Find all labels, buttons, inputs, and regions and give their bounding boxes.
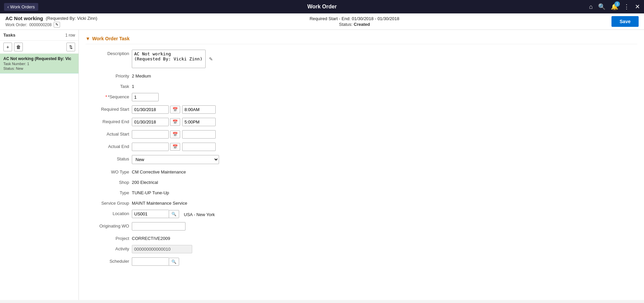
- task-value: 1: [132, 83, 134, 89]
- add-task-button[interactable]: +: [3, 43, 12, 51]
- originating-wo-label: Originating WO: [86, 222, 129, 229]
- activity-input[interactable]: [132, 245, 192, 253]
- required-end-field-value: 📅: [132, 118, 300, 126]
- status-line: Status: Created: [310, 22, 399, 27]
- save-button[interactable]: Save: [611, 16, 639, 27]
- edit-wo-button[interactable]: ✎: [54, 22, 60, 28]
- actual-start-row: Actual Start 📅: [86, 130, 637, 139]
- location-search-group: 🔍: [132, 210, 179, 218]
- edit-description-icon[interactable]: ✎: [209, 56, 213, 62]
- sequence-row: *Sequence: [86, 93, 637, 101]
- required-end-date-input[interactable]: [132, 118, 169, 126]
- required-start-field-value: 📅: [132, 105, 300, 114]
- activity-row: Activity: [86, 245, 637, 253]
- originating-wo-input[interactable]: [132, 222, 185, 231]
- type-row: Type TUNE-UP Tune-Up: [86, 189, 637, 195]
- task-item-title: AC Not working (Requested By: Vic: [3, 56, 75, 61]
- actual-end-time-input[interactable]: [182, 143, 216, 151]
- more-menu-icon[interactable]: ⋮: [624, 3, 630, 10]
- right-panel: ▼ Work Order Task Description AC Not wor…: [79, 30, 644, 300]
- required-start-time-input[interactable]: [182, 105, 216, 114]
- type-field-value: TUNE-UP Tune-Up: [132, 189, 300, 195]
- required-end-date-group: 📅: [132, 118, 180, 126]
- location-label: Location: [86, 210, 129, 216]
- wo-type-field-value: CM Corrective Maintenance: [132, 168, 300, 174]
- actual-end-calendar-button[interactable]: 📅: [170, 143, 180, 151]
- required-end: 01/30/2018: [377, 16, 399, 21]
- originating-wo-field-value: [132, 222, 300, 231]
- task-item-status: Status: New: [3, 66, 75, 70]
- form-grid: Description AC Not working (Requested By…: [86, 50, 637, 266]
- sort-icon: ⇅: [69, 45, 73, 50]
- priority-value: 2 Medium: [132, 72, 151, 79]
- back-label: Work Orders: [10, 4, 35, 9]
- required-label: Required Start - End:: [310, 16, 351, 21]
- required-end-row: Required End 📅: [86, 118, 637, 126]
- description-input[interactable]: AC Not working (Requested By: Vicki Zinn…: [132, 50, 206, 68]
- shop-field-value: 200 Electrical: [132, 179, 300, 185]
- shop-row: Shop 200 Electrical: [86, 179, 637, 185]
- task-item[interactable]: AC Not working (Requested By: Vic Task N…: [0, 54, 78, 73]
- main-content: Tasks 1 row + 🗑 ⇅ AC Not working (Reques…: [0, 30, 644, 300]
- actual-start-field-value: 📅: [132, 130, 300, 139]
- required-start: 01/30/2018: [352, 16, 374, 21]
- home-icon[interactable]: ⌂: [589, 3, 593, 10]
- required-dates: Required Start - End: 01/30/2018 - 01/30…: [310, 16, 399, 21]
- section-header: ▼ Work Order Task: [86, 33, 637, 44]
- required-end-time-input[interactable]: [182, 118, 216, 126]
- service-group-value: MAINT Maintenance Service: [132, 199, 187, 206]
- actual-start-calendar-button[interactable]: 📅: [170, 131, 180, 138]
- tasks-title: Tasks: [3, 33, 15, 38]
- collapse-icon[interactable]: ▼: [86, 36, 90, 41]
- nav-icons: ⌂ 🔍 🔔 3 ⋮ ✕: [589, 3, 640, 10]
- required-start-date-input[interactable]: [132, 105, 169, 114]
- notifications-icon[interactable]: 🔔 3: [611, 3, 618, 10]
- required-end-calendar-button[interactable]: 📅: [170, 118, 180, 126]
- search-icon[interactable]: 🔍: [598, 3, 605, 10]
- wo-number: 0000000208: [29, 22, 52, 27]
- location-search-input[interactable]: [132, 210, 169, 218]
- actual-end-date-input[interactable]: [132, 143, 169, 151]
- shop-label: Shop: [86, 179, 129, 185]
- task-item-number: Task Number: 1: [3, 62, 75, 66]
- scheduler-search-group: 🔍: [132, 257, 179, 266]
- activity-label: Activity: [86, 245, 129, 251]
- sort-button[interactable]: ⇅: [66, 43, 75, 51]
- required-start-calendar-button[interactable]: 📅: [170, 106, 180, 113]
- actual-start-date-input[interactable]: [132, 130, 169, 139]
- sequence-input[interactable]: [132, 93, 159, 101]
- actual-end-field-value: 📅: [132, 143, 300, 151]
- top-nav-bar: ‹ Work Orders Work Order ⌂ 🔍 🔔 3 ⋮ ✕: [0, 0, 644, 13]
- description-field-value: AC Not working (Requested By: Vicki Zinn…: [132, 50, 300, 68]
- actual-start-label: Actual Start: [86, 130, 129, 137]
- description-row: Description AC Not working (Requested By…: [86, 50, 637, 68]
- trash-icon: 🗑: [16, 44, 21, 50]
- close-icon[interactable]: ✕: [635, 3, 640, 10]
- service-group-label: Service Group: [86, 199, 129, 206]
- status-select[interactable]: New In Progress Completed Cancelled: [132, 155, 219, 164]
- scheduler-field-value: 🔍: [132, 257, 300, 266]
- priority-row: Priority 2 Medium: [86, 72, 637, 79]
- location-search-button[interactable]: 🔍: [169, 210, 179, 218]
- location-field-value: 🔍 USA - New York: [132, 210, 300, 218]
- scheduler-search-button[interactable]: 🔍: [169, 258, 179, 266]
- delete-task-button[interactable]: 🗑: [14, 43, 23, 51]
- originating-wo-row: Originating WO: [86, 222, 637, 231]
- sub-header-left: AC Not working (Requested By: Vicki Zinn…: [5, 15, 97, 28]
- sequence-label: *Sequence: [86, 93, 129, 99]
- priority-field-value: 2 Medium: [132, 72, 300, 79]
- location-row: Location 🔍 USA - New York: [86, 210, 637, 218]
- status-field-label: Status: [86, 155, 129, 161]
- scheduler-search-input[interactable]: [132, 257, 169, 266]
- wo-task-section: ▼ Work Order Task Description AC Not wor…: [79, 30, 644, 272]
- description-label: Description: [86, 50, 129, 56]
- task-label: Task: [86, 83, 129, 89]
- sequence-field-value: [132, 93, 300, 101]
- project-field-value: CORRECTIVE2009: [132, 235, 300, 241]
- page-title: Work Order: [307, 4, 337, 10]
- notification-badge: 3: [614, 1, 620, 7]
- actual-start-time-input[interactable]: [182, 130, 216, 139]
- location-name: USA - New York: [184, 211, 215, 217]
- back-button[interactable]: ‹ Work Orders: [4, 3, 38, 11]
- actual-end-date-group: 📅: [132, 143, 180, 151]
